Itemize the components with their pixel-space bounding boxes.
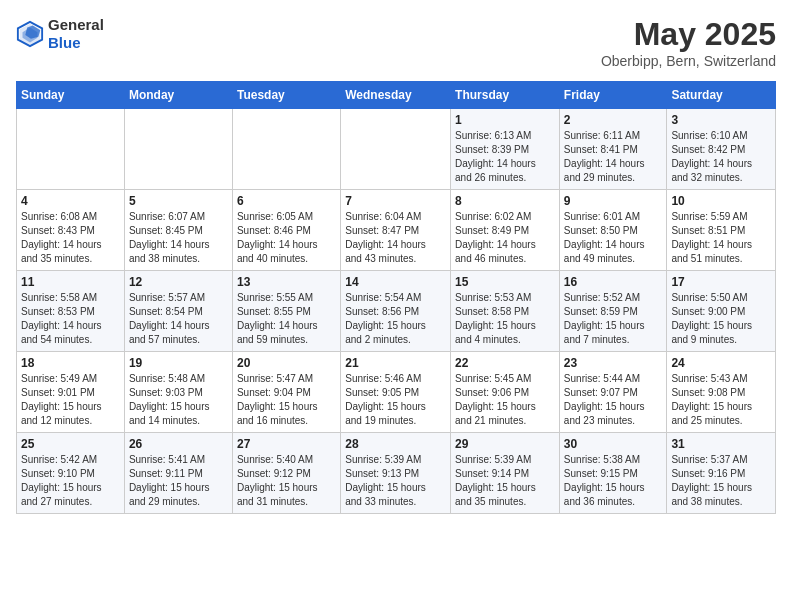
day-number: 21 [345,356,446,370]
day-info: Sunrise: 5:55 AM Sunset: 8:55 PM Dayligh… [237,291,336,347]
day-number: 18 [21,356,120,370]
day-number: 27 [237,437,336,451]
day-info: Sunrise: 5:57 AM Sunset: 8:54 PM Dayligh… [129,291,228,347]
logo-icon [16,20,44,48]
day-info: Sunrise: 5:39 AM Sunset: 9:13 PM Dayligh… [345,453,446,509]
day-info: Sunrise: 5:40 AM Sunset: 9:12 PM Dayligh… [237,453,336,509]
logo: General Blue [16,16,104,52]
day-info: Sunrise: 6:11 AM Sunset: 8:41 PM Dayligh… [564,129,663,185]
calendar-cell: 21Sunrise: 5:46 AM Sunset: 9:05 PM Dayli… [341,352,451,433]
calendar-cell: 15Sunrise: 5:53 AM Sunset: 8:58 PM Dayli… [451,271,560,352]
day-number: 26 [129,437,228,451]
day-info: Sunrise: 5:58 AM Sunset: 8:53 PM Dayligh… [21,291,120,347]
calendar-cell: 9Sunrise: 6:01 AM Sunset: 8:50 PM Daylig… [559,190,667,271]
calendar-cell: 2Sunrise: 6:11 AM Sunset: 8:41 PM Daylig… [559,109,667,190]
calendar-cell: 4Sunrise: 6:08 AM Sunset: 8:43 PM Daylig… [17,190,125,271]
day-info: Sunrise: 6:13 AM Sunset: 8:39 PM Dayligh… [455,129,555,185]
logo-general: General [48,16,104,34]
day-info: Sunrise: 5:50 AM Sunset: 9:00 PM Dayligh… [671,291,771,347]
calendar-cell: 23Sunrise: 5:44 AM Sunset: 9:07 PM Dayli… [559,352,667,433]
logo-blue: Blue [48,34,104,52]
day-number: 24 [671,356,771,370]
calendar-cell [341,109,451,190]
header-day-friday: Friday [559,82,667,109]
day-number: 10 [671,194,771,208]
day-info: Sunrise: 5:42 AM Sunset: 9:10 PM Dayligh… [21,453,120,509]
day-info: Sunrise: 6:08 AM Sunset: 8:43 PM Dayligh… [21,210,120,266]
calendar-cell [232,109,340,190]
day-number: 31 [671,437,771,451]
day-info: Sunrise: 5:46 AM Sunset: 9:05 PM Dayligh… [345,372,446,428]
day-number: 5 [129,194,228,208]
day-number: 29 [455,437,555,451]
day-info: Sunrise: 6:07 AM Sunset: 8:45 PM Dayligh… [129,210,228,266]
day-info: Sunrise: 5:45 AM Sunset: 9:06 PM Dayligh… [455,372,555,428]
day-info: Sunrise: 5:54 AM Sunset: 8:56 PM Dayligh… [345,291,446,347]
day-number: 8 [455,194,555,208]
day-info: Sunrise: 6:04 AM Sunset: 8:47 PM Dayligh… [345,210,446,266]
day-number: 7 [345,194,446,208]
calendar-body: 1Sunrise: 6:13 AM Sunset: 8:39 PM Daylig… [17,109,776,514]
calendar-cell: 17Sunrise: 5:50 AM Sunset: 9:00 PM Dayli… [667,271,776,352]
header-day-tuesday: Tuesday [232,82,340,109]
calendar-cell: 11Sunrise: 5:58 AM Sunset: 8:53 PM Dayli… [17,271,125,352]
day-info: Sunrise: 5:43 AM Sunset: 9:08 PM Dayligh… [671,372,771,428]
title-block: May 2025 Oberbipp, Bern, Switzerland [601,16,776,69]
calendar-cell: 31Sunrise: 5:37 AM Sunset: 9:16 PM Dayli… [667,433,776,514]
calendar-cell: 22Sunrise: 5:45 AM Sunset: 9:06 PM Dayli… [451,352,560,433]
week-row-3: 11Sunrise: 5:58 AM Sunset: 8:53 PM Dayli… [17,271,776,352]
day-number: 6 [237,194,336,208]
day-number: 20 [237,356,336,370]
calendar-cell: 19Sunrise: 5:48 AM Sunset: 9:03 PM Dayli… [124,352,232,433]
location: Oberbipp, Bern, Switzerland [601,53,776,69]
day-info: Sunrise: 5:48 AM Sunset: 9:03 PM Dayligh… [129,372,228,428]
header-day-thursday: Thursday [451,82,560,109]
page-header: General Blue May 2025 Oberbipp, Bern, Sw… [16,16,776,69]
calendar-cell: 26Sunrise: 5:41 AM Sunset: 9:11 PM Dayli… [124,433,232,514]
header-row: SundayMondayTuesdayWednesdayThursdayFrid… [17,82,776,109]
calendar-cell: 28Sunrise: 5:39 AM Sunset: 9:13 PM Dayli… [341,433,451,514]
calendar-cell [124,109,232,190]
day-number: 16 [564,275,663,289]
day-info: Sunrise: 5:49 AM Sunset: 9:01 PM Dayligh… [21,372,120,428]
calendar-cell: 24Sunrise: 5:43 AM Sunset: 9:08 PM Dayli… [667,352,776,433]
day-number: 1 [455,113,555,127]
day-number: 2 [564,113,663,127]
week-row-1: 1Sunrise: 6:13 AM Sunset: 8:39 PM Daylig… [17,109,776,190]
day-info: Sunrise: 5:38 AM Sunset: 9:15 PM Dayligh… [564,453,663,509]
calendar-cell: 8Sunrise: 6:02 AM Sunset: 8:49 PM Daylig… [451,190,560,271]
day-number: 11 [21,275,120,289]
calendar-cell: 13Sunrise: 5:55 AM Sunset: 8:55 PM Dayli… [232,271,340,352]
day-info: Sunrise: 5:52 AM Sunset: 8:59 PM Dayligh… [564,291,663,347]
calendar-header: SundayMondayTuesdayWednesdayThursdayFrid… [17,82,776,109]
logo-text: General Blue [48,16,104,52]
calendar-cell: 16Sunrise: 5:52 AM Sunset: 8:59 PM Dayli… [559,271,667,352]
day-number: 28 [345,437,446,451]
day-info: Sunrise: 5:37 AM Sunset: 9:16 PM Dayligh… [671,453,771,509]
day-number: 17 [671,275,771,289]
header-day-saturday: Saturday [667,82,776,109]
day-number: 22 [455,356,555,370]
calendar-cell: 6Sunrise: 6:05 AM Sunset: 8:46 PM Daylig… [232,190,340,271]
calendar-cell: 14Sunrise: 5:54 AM Sunset: 8:56 PM Dayli… [341,271,451,352]
day-number: 14 [345,275,446,289]
day-info: Sunrise: 6:02 AM Sunset: 8:49 PM Dayligh… [455,210,555,266]
calendar-cell: 3Sunrise: 6:10 AM Sunset: 8:42 PM Daylig… [667,109,776,190]
calendar-cell: 12Sunrise: 5:57 AM Sunset: 8:54 PM Dayli… [124,271,232,352]
day-info: Sunrise: 5:53 AM Sunset: 8:58 PM Dayligh… [455,291,555,347]
day-number: 3 [671,113,771,127]
day-number: 12 [129,275,228,289]
day-number: 30 [564,437,663,451]
calendar-table: SundayMondayTuesdayWednesdayThursdayFrid… [16,81,776,514]
calendar-cell: 1Sunrise: 6:13 AM Sunset: 8:39 PM Daylig… [451,109,560,190]
calendar-cell: 10Sunrise: 5:59 AM Sunset: 8:51 PM Dayli… [667,190,776,271]
day-info: Sunrise: 5:41 AM Sunset: 9:11 PM Dayligh… [129,453,228,509]
calendar-cell [17,109,125,190]
header-day-wednesday: Wednesday [341,82,451,109]
calendar-cell: 30Sunrise: 5:38 AM Sunset: 9:15 PM Dayli… [559,433,667,514]
week-row-2: 4Sunrise: 6:08 AM Sunset: 8:43 PM Daylig… [17,190,776,271]
day-info: Sunrise: 5:44 AM Sunset: 9:07 PM Dayligh… [564,372,663,428]
day-number: 19 [129,356,228,370]
day-number: 15 [455,275,555,289]
week-row-5: 25Sunrise: 5:42 AM Sunset: 9:10 PM Dayli… [17,433,776,514]
